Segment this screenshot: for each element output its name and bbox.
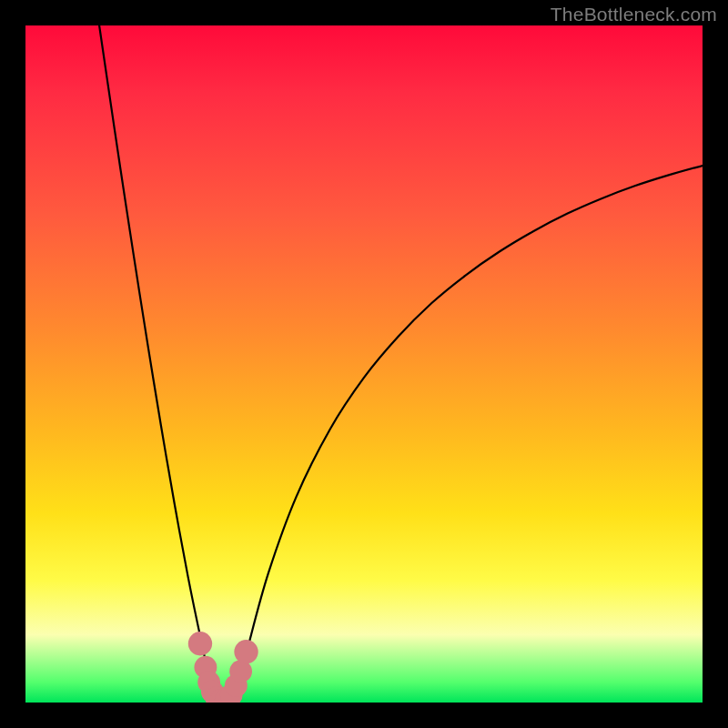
bottleneck-curve: [99, 25, 703, 703]
curve-markers: [188, 632, 258, 703]
chart-svg: [25, 25, 703, 703]
plot-area: [25, 25, 703, 703]
watermark-text: TheBottleneck.com: [551, 4, 717, 25]
curve-marker: [234, 640, 258, 663]
outer-frame: TheBottleneck.com: [0, 0, 728, 728]
curve-marker: [188, 632, 212, 655]
